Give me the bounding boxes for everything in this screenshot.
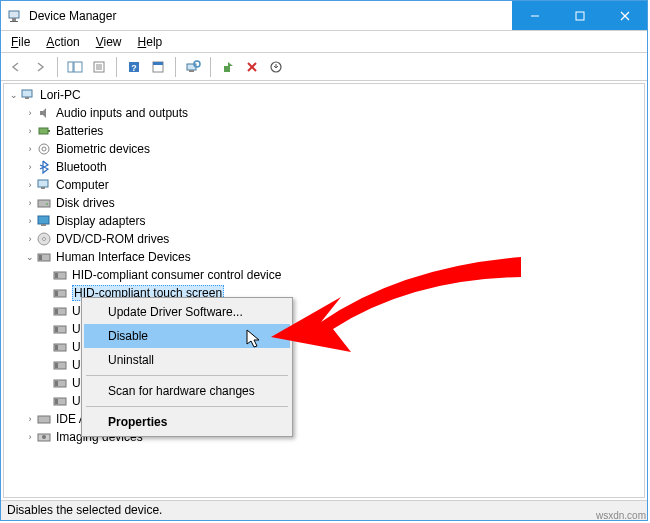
computer-icon	[36, 177, 52, 193]
display-icon	[36, 213, 52, 229]
forward-button[interactable]	[29, 56, 51, 78]
audio-icon	[36, 105, 52, 121]
svg-rect-20	[224, 66, 230, 72]
tree-root[interactable]: ⌄ Lori-PC	[4, 86, 644, 104]
tree-item[interactable]: › Display adapters	[4, 212, 644, 230]
minimize-button[interactable]	[512, 1, 557, 30]
tree-item[interactable]: › DVD/CD-ROM drives	[4, 230, 644, 248]
hid-icon	[52, 375, 68, 391]
device-manager-window: Device Manager File Action View Help	[0, 0, 648, 521]
menu-view[interactable]: View	[90, 33, 128, 51]
svg-rect-49	[55, 345, 58, 350]
svg-rect-43	[55, 291, 58, 296]
disk-icon	[36, 195, 52, 211]
window-title: Device Manager	[29, 9, 512, 23]
collapse-icon[interactable]: ⌄	[24, 252, 36, 262]
tree-item[interactable]: HID-compliant consumer control device	[4, 266, 644, 284]
back-button[interactable]	[5, 56, 27, 78]
svg-rect-26	[39, 128, 48, 134]
expand-icon[interactable]: ›	[24, 432, 36, 442]
toolbar-separator	[210, 57, 211, 77]
cm-uninstall[interactable]: Uninstall	[84, 348, 290, 372]
enable-button[interactable]	[217, 56, 239, 78]
menu-help[interactable]: Help	[132, 33, 169, 51]
svg-text:?: ?	[131, 63, 137, 73]
tree-item-hid[interactable]: ⌄ Human Interface Devices	[4, 248, 644, 266]
svg-rect-47	[55, 327, 58, 332]
show-hide-tree-button[interactable]	[64, 56, 86, 78]
expand-icon[interactable]: ›	[24, 108, 36, 118]
expand-icon[interactable]: ›	[24, 126, 36, 136]
expand-icon[interactable]: ›	[24, 216, 36, 226]
svg-rect-51	[55, 363, 58, 368]
cm-scan[interactable]: Scan for hardware changes	[84, 379, 290, 403]
titlebar: Device Manager	[1, 1, 647, 31]
expand-icon[interactable]: ›	[24, 180, 36, 190]
app-icon	[7, 8, 23, 24]
svg-rect-18	[189, 70, 194, 72]
context-menu: Update Driver Software... Disable Uninst…	[81, 297, 293, 437]
help-button[interactable]: ?	[123, 56, 145, 78]
cm-separator	[86, 406, 288, 407]
menu-action[interactable]: Action	[40, 33, 85, 51]
svg-rect-53	[55, 381, 58, 386]
disable-button[interactable]	[241, 56, 263, 78]
properties-button[interactable]	[88, 56, 110, 78]
hid-icon	[36, 249, 52, 265]
scan-hardware-button[interactable]	[182, 56, 204, 78]
expand-icon[interactable]: ›	[24, 414, 36, 424]
svg-rect-25	[25, 97, 29, 99]
svg-rect-45	[55, 309, 58, 314]
tree-item[interactable]: › Biometric devices	[4, 140, 644, 158]
menu-file[interactable]: File	[5, 33, 36, 51]
window-controls	[512, 1, 647, 30]
biometric-icon	[36, 141, 52, 157]
svg-rect-34	[38, 216, 49, 224]
expand-icon[interactable]: ›	[24, 198, 36, 208]
cm-disable[interactable]: Disable	[84, 324, 290, 348]
svg-rect-31	[41, 187, 45, 189]
toolbar-separator	[57, 57, 58, 77]
toolbar-separator	[175, 57, 176, 77]
svg-rect-39	[39, 255, 42, 260]
svg-rect-1	[12, 18, 16, 21]
svg-rect-16	[153, 62, 163, 65]
computer-icon	[20, 87, 36, 103]
svg-rect-32	[38, 200, 50, 207]
battery-icon	[36, 123, 52, 139]
statusbar-text: Disables the selected device.	[7, 503, 162, 517]
svg-point-29	[42, 147, 46, 151]
svg-rect-30	[38, 180, 48, 187]
toolbar-separator	[116, 57, 117, 77]
expand-icon[interactable]: ›	[24, 234, 36, 244]
tree-item[interactable]: › Batteries	[4, 122, 644, 140]
close-button[interactable]	[602, 1, 647, 30]
maximize-button[interactable]	[557, 1, 602, 30]
collapse-icon[interactable]: ⌄	[8, 90, 20, 100]
hid-icon	[52, 357, 68, 373]
svg-rect-24	[22, 90, 32, 97]
uninstall-button[interactable]	[265, 56, 287, 78]
svg-rect-41	[55, 273, 58, 278]
tree-root-label[interactable]: Lori-PC	[40, 88, 81, 102]
cm-properties[interactable]: Properties	[84, 410, 290, 434]
tree-item[interactable]: › Bluetooth	[4, 158, 644, 176]
hid-icon	[52, 303, 68, 319]
tree-item[interactable]: › Disk drives	[4, 194, 644, 212]
cm-update-driver[interactable]: Update Driver Software...	[84, 300, 290, 324]
tree-item[interactable]: › Computer	[4, 176, 644, 194]
expand-icon[interactable]: ›	[24, 162, 36, 172]
properties-sheet-button[interactable]	[147, 56, 169, 78]
dvd-icon	[36, 231, 52, 247]
toolbar: ?	[1, 53, 647, 81]
ide-icon	[36, 411, 52, 427]
svg-point-33	[46, 203, 48, 205]
hid-icon	[52, 267, 68, 283]
cm-separator	[86, 375, 288, 376]
statusbar: Disables the selected device.	[1, 500, 647, 520]
svg-point-37	[43, 238, 46, 241]
svg-rect-27	[48, 130, 50, 132]
expand-icon[interactable]: ›	[24, 144, 36, 154]
svg-rect-4	[576, 12, 584, 20]
tree-item[interactable]: › Audio inputs and outputs	[4, 104, 644, 122]
